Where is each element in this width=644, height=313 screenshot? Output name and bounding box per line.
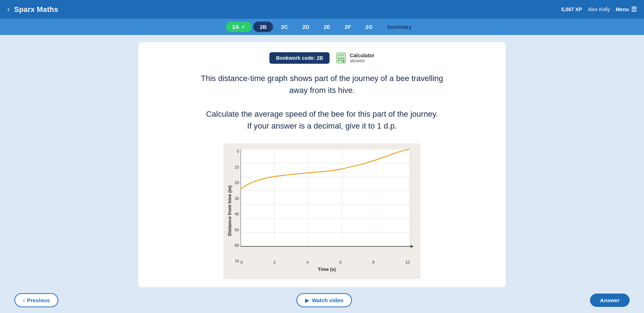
- svg-rect-8: [241, 149, 410, 246]
- x-tick-4: 4: [307, 260, 309, 264]
- x-axis-labels: 0 2 4 6 8 10: [241, 260, 410, 264]
- tabs-navigation: 2A ✓ 2B 2C 2D 2E 2F 2G Summary: [0, 19, 644, 35]
- tab-summary[interactable]: Summary: [381, 22, 418, 32]
- x-axis-title: Time (s): [241, 267, 413, 272]
- tab-2C[interactable]: 2C: [274, 22, 294, 32]
- y-tick-40: 40: [234, 212, 239, 216]
- y-tick-10: 10: [234, 165, 239, 169]
- previous-label: Previous: [27, 297, 50, 303]
- chart-inner: Distance from hive (m) 70 60 50 40 30 20…: [227, 149, 413, 272]
- x-tick-6: 6: [339, 260, 341, 264]
- tab-2E[interactable]: 2E: [317, 22, 337, 32]
- previous-icon: ‹: [23, 297, 25, 303]
- svg-rect-6: [340, 60, 342, 61]
- question-line4: If your answer is a decimal, give it to …: [153, 120, 491, 132]
- answer-button[interactable]: Answer: [590, 294, 630, 307]
- chart-with-yaxis: 70 60 50 40 30 20 10 0: [234, 149, 413, 272]
- question-line3: Calculate the average speed of the bee f…: [153, 108, 491, 120]
- username-display: Alex Kelly: [588, 6, 610, 12]
- header-right: 5,587 XP Alex Kelly Menu ☰: [561, 5, 637, 13]
- y-tick-70: 70: [234, 259, 239, 263]
- calculator-icon: [335, 52, 347, 64]
- xp-display: 5,587 XP: [561, 6, 582, 12]
- tab-2D-label: 2D: [303, 24, 309, 30]
- watch-video-label: Watch video: [312, 297, 344, 303]
- x-tick-10: 10: [405, 260, 410, 264]
- svg-rect-5: [338, 60, 340, 61]
- y-tick-60: 60: [234, 243, 239, 247]
- svg-rect-3: [340, 58, 342, 59]
- svg-rect-7: [343, 60, 344, 62]
- back-button[interactable]: ‹: [7, 5, 10, 14]
- main-wrapper: Bookwork code: 2B Calculator allowed: [0, 35, 644, 287]
- answer-label: Answer: [600, 297, 620, 303]
- y-tick-50: 50: [234, 228, 239, 232]
- question-text: This distance-time graph shows part of t…: [153, 72, 491, 132]
- menu-button[interactable]: Menu ☰: [616, 5, 637, 13]
- tab-2E-label: 2E: [324, 24, 330, 30]
- bottom-bar: ‹ Previous ▶ Watch video Answer: [0, 287, 644, 313]
- chart-svg: [241, 149, 413, 257]
- calculator-main-label: Calculator: [350, 53, 374, 58]
- calculator-sub-label: allowed: [350, 58, 374, 63]
- tab-2B-label: 2B: [260, 24, 267, 30]
- tab-2F-label: 2F: [345, 24, 351, 30]
- tab-summary-label: Summary: [387, 24, 412, 30]
- chart-background: Distance from hive (m) 70 60 50 40 30 20…: [223, 143, 420, 279]
- calculator-badge: Calculator allowed: [335, 52, 374, 64]
- content-card: Bookwork code: 2B Calculator allowed: [138, 42, 506, 287]
- hamburger-icon: ☰: [631, 5, 637, 13]
- svg-rect-2: [338, 58, 340, 59]
- tab-2C-label: 2C: [281, 24, 288, 30]
- x-tick-0: 0: [241, 260, 243, 264]
- svg-rect-4: [343, 58, 344, 59]
- tab-2A[interactable]: 2A ✓: [226, 22, 252, 32]
- x-tick-8: 8: [372, 260, 375, 264]
- question-line1: This distance-time graph shows part of t…: [153, 72, 491, 84]
- tab-2A-label: 2A: [232, 24, 239, 30]
- chart-container: Distance from hive (m) 70 60 50 40 30 20…: [153, 143, 491, 279]
- chart-plot-area: 0 2 4 6 8 10 Time (s): [241, 149, 413, 272]
- y-axis-title: Distance from hive (m): [227, 149, 232, 272]
- watch-video-button[interactable]: ▶ Watch video: [296, 293, 352, 307]
- tab-2B[interactable]: 2B: [253, 22, 273, 32]
- tab-2G[interactable]: 2G: [359, 22, 379, 32]
- logo: Sparx Maths: [14, 5, 58, 14]
- question-line2: away from its hive.: [153, 84, 491, 96]
- svg-marker-24: [411, 245, 413, 248]
- video-icon: ▶: [305, 298, 309, 303]
- x-tick-2: 2: [273, 260, 276, 264]
- y-axis-labels: 70 60 50 40 30 20 10 0: [234, 149, 240, 272]
- menu-label: Menu: [616, 6, 629, 12]
- y-tick-20: 20: [234, 180, 239, 185]
- previous-button[interactable]: ‹ Previous: [14, 293, 58, 307]
- tab-2F[interactable]: 2F: [338, 22, 358, 32]
- card-header: Bookwork code: 2B Calculator allowed: [153, 52, 491, 64]
- tab-2D[interactable]: 2D: [296, 22, 316, 32]
- y-tick-0: 0: [234, 149, 239, 153]
- y-tick-30: 30: [234, 196, 239, 201]
- header: ‹ Sparx Maths 5,587 XP Alex Kelly Menu ☰: [0, 0, 644, 19]
- tab-2G-label: 2G: [366, 24, 373, 30]
- calculator-text: Calculator allowed: [350, 53, 374, 63]
- bookwork-code-badge: Bookwork code: 2B: [269, 52, 330, 64]
- checkmark-icon: ✓: [241, 24, 245, 30]
- svg-rect-1: [338, 54, 344, 57]
